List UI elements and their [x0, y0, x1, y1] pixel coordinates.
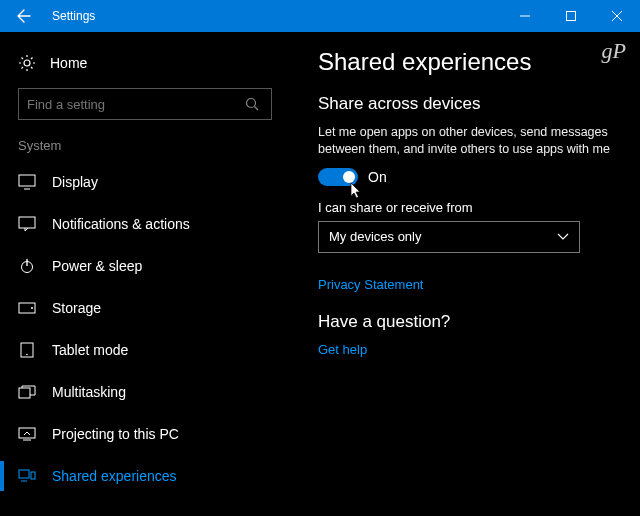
- minimize-icon: [520, 11, 530, 21]
- toggle-state-label: On: [368, 169, 387, 185]
- sidebar-item-notifications[interactable]: Notifications & actions: [0, 203, 290, 245]
- search-icon: [245, 97, 263, 111]
- sidebar-item-projecting[interactable]: Projecting to this PC: [0, 413, 290, 455]
- svg-rect-13: [31, 472, 35, 479]
- sidebar-item-label: Storage: [52, 300, 101, 316]
- close-button[interactable]: [594, 0, 640, 32]
- projecting-icon: [18, 425, 36, 443]
- sidebar-item-label: Notifications & actions: [52, 216, 190, 232]
- svg-point-9: [26, 354, 28, 356]
- sidebar-item-label: Multitasking: [52, 384, 126, 400]
- sidebar-item-tablet[interactable]: Tablet mode: [0, 329, 290, 371]
- share-description: Let me open apps on other devices, send …: [318, 124, 624, 158]
- back-button[interactable]: [0, 0, 48, 32]
- watermark: gP: [602, 38, 626, 64]
- sidebar-item-power[interactable]: Power & sleep: [0, 245, 290, 287]
- titlebar: Settings: [0, 0, 640, 32]
- question-heading: Have a question?: [318, 312, 624, 332]
- receive-from-label: I can share or receive from: [318, 200, 624, 215]
- sidebar-home[interactable]: Home: [0, 46, 290, 82]
- sidebar-item-label: Shared experiences: [52, 468, 177, 484]
- sidebar-item-label: Projecting to this PC: [52, 426, 179, 442]
- gear-icon: [18, 54, 36, 72]
- get-help-link[interactable]: Get help: [318, 342, 624, 357]
- receive-from-dropdown[interactable]: My devices only: [318, 221, 580, 253]
- content-pane: gP Shared experiences Share across devic…: [290, 32, 640, 516]
- sidebar-item-shared-experiences[interactable]: Shared experiences: [0, 455, 290, 497]
- section-share-across: Share across devices: [318, 94, 624, 114]
- multitasking-icon: [18, 383, 36, 401]
- window-title: Settings: [52, 9, 502, 23]
- svg-rect-3: [19, 175, 35, 186]
- svg-rect-12: [19, 470, 29, 478]
- sidebar-item-storage[interactable]: Storage: [0, 287, 290, 329]
- shared-experiences-icon: [18, 467, 36, 485]
- dropdown-value: My devices only: [329, 229, 557, 244]
- window-controls: [502, 0, 640, 32]
- search-input-container[interactable]: [18, 88, 272, 120]
- sidebar: Home System Display Notifications & acti…: [0, 32, 290, 516]
- body: Home System Display Notifications & acti…: [0, 32, 640, 516]
- mouse-cursor-icon: [350, 182, 364, 200]
- display-icon: [18, 173, 36, 191]
- sidebar-item-label: Tablet mode: [52, 342, 128, 358]
- svg-rect-4: [19, 217, 35, 228]
- svg-point-7: [31, 307, 33, 309]
- page-title: Shared experiences: [318, 48, 624, 76]
- svg-rect-11: [19, 428, 35, 438]
- svg-rect-0: [567, 12, 576, 21]
- tablet-icon: [18, 341, 36, 359]
- power-icon: [18, 257, 36, 275]
- home-label: Home: [50, 55, 87, 71]
- toggle-row: On: [318, 168, 624, 186]
- back-arrow-icon: [16, 8, 32, 24]
- maximize-button[interactable]: [548, 0, 594, 32]
- chevron-down-icon: [557, 233, 569, 241]
- category-label: System: [0, 132, 290, 161]
- maximize-icon: [566, 11, 576, 21]
- svg-rect-10: [19, 388, 30, 398]
- sidebar-item-label: Power & sleep: [52, 258, 142, 274]
- sidebar-item-multitasking[interactable]: Multitasking: [0, 371, 290, 413]
- svg-point-1: [24, 60, 30, 66]
- svg-point-2: [247, 99, 256, 108]
- sidebar-item-label: Display: [52, 174, 98, 190]
- search-input[interactable]: [27, 97, 245, 112]
- close-icon: [612, 11, 622, 21]
- notifications-icon: [18, 215, 36, 233]
- privacy-statement-link[interactable]: Privacy Statement: [318, 277, 624, 292]
- minimize-button[interactable]: [502, 0, 548, 32]
- sidebar-item-display[interactable]: Display: [0, 161, 290, 203]
- storage-icon: [18, 299, 36, 317]
